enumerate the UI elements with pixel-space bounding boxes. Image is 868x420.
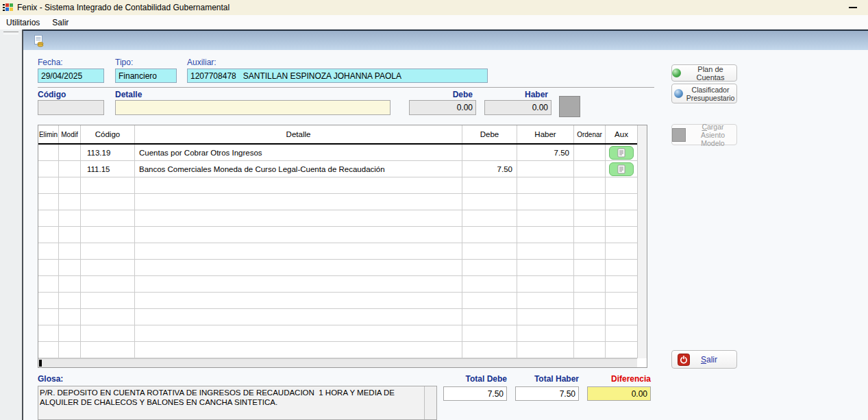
new-entry-button[interactable] [30,32,47,49]
haber-cell [517,161,574,177]
ordenar-cell[interactable] [574,161,606,177]
table-row[interactable]: 111.15 Bancos Comerciales Moneda de Curs… [38,161,637,177]
gray-square-icon [672,128,686,142]
table-row[interactable] [38,260,637,276]
ordenar-cell [574,260,606,275]
app-window: Fenix - Sistema Integrado de Contabilida… [0,0,868,420]
plan-de-cuentas-button[interactable]: Plan de Cuentas [671,64,737,82]
haber-cell [517,260,574,275]
salir-button[interactable]: Salir [671,350,737,369]
green-sphere-icon [672,69,681,77]
codigo-cell [81,227,135,243]
total-haber-label: Total Haber [515,374,579,384]
plan-de-cuentas-label: Plan de Cuentas [684,65,736,82]
detalle-cell [135,243,462,259]
table-row[interactable] [38,325,637,342]
detalle-cell [135,325,462,341]
table-row[interactable]: 113.19 Cuentas por Cobrar Otros Ingresos… [38,145,637,161]
table-row[interactable] [38,194,637,210]
header-aux: Aux [606,125,637,143]
codigo-cell: 113.19 [81,145,135,160]
fecha-input[interactable] [38,69,104,83]
modif-cell [59,177,81,193]
modif-cell[interactable] [59,145,81,160]
ordenar-cell [574,309,606,325]
ordenar-cell [574,276,606,292]
debe-cell [462,309,517,325]
table-row[interactable] [38,309,637,325]
document-with-coins-icon [32,34,45,47]
codigo-cell [81,210,135,226]
detalle-input[interactable] [115,100,390,115]
auxiliar-input[interactable] [187,69,488,83]
elimin-cell[interactable] [38,145,59,160]
ordenar-cell[interactable] [574,145,606,160]
ordenar-cell [574,210,606,226]
entry-action-button[interactable] [559,96,580,117]
elimin-cell [38,177,59,193]
aux-cell [606,145,637,160]
debe-cell [462,342,517,358]
aux-cell [606,342,637,358]
table-vertical-scrollbar[interactable] [637,125,647,358]
elimin-cell [38,309,59,325]
ordenar-cell [574,227,606,243]
elimin-cell [38,342,59,358]
debe-cell [462,145,517,160]
cargar-asiento-label: Cargar Asiento Modelo [689,123,736,147]
aux-cell [606,309,637,325]
table-row[interactable] [38,227,637,243]
haber-cell [517,227,574,243]
aux-button[interactable] [609,162,634,176]
glosa-textarea[interactable]: P/R. DEPOSITO EN CUENTA ROTATIVA DE INGR… [38,386,437,420]
elimin-cell [38,194,59,210]
elimin-cell [38,325,59,341]
elimin-cell [38,276,59,292]
detalle-cell: Bancos Comerciales Moneda de Curso Legal… [135,161,462,177]
haber-cell [517,243,574,259]
panel-grip[interactable] [3,32,18,34]
header-haber: Haber [517,125,574,143]
debe-cell [462,194,517,210]
debe-cell: 7.50 [462,161,517,177]
glosa-scrollbar[interactable] [424,386,436,419]
clasificador-presupuestario-button[interactable]: Clasificador Presupuestario [671,84,737,103]
document-icon [617,148,625,158]
table-row[interactable] [38,243,637,260]
table-row[interactable] [38,177,637,194]
codigo-cell [81,309,135,325]
modif-cell[interactable] [59,161,81,177]
detalle-cell [135,177,462,193]
cargar-asiento-modelo-button[interactable]: Cargar Asiento Modelo [671,124,737,145]
menu-salir[interactable]: Salir [46,16,75,29]
debe-input[interactable] [409,100,476,115]
elimin-cell [38,293,59,308]
codigo-cell [81,177,135,193]
modif-cell [59,227,81,243]
menu-utilitarios[interactable]: Utilitarios [0,16,46,29]
ordenar-cell [574,325,606,341]
elimin-cell[interactable] [38,161,59,177]
minimize-button[interactable] [847,3,858,12]
total-haber-input [515,386,579,401]
modif-cell [59,260,81,275]
table-row[interactable] [38,276,637,293]
header-ordenar: Ordenar [574,125,606,143]
tipo-input[interactable] [115,69,177,83]
aux-cell [606,243,637,259]
table-row[interactable] [38,210,637,227]
codigo-cell [81,194,135,210]
haber-cell [517,194,574,210]
detalle-cell [135,342,462,358]
table-horizontal-scrollbar[interactable] [38,358,637,367]
table-row[interactable] [38,342,637,358]
haber-input[interactable] [484,100,551,115]
codigo-input[interactable] [38,100,104,115]
fecha-label: Fecha: [38,58,63,67]
scrollbar-thumb[interactable] [39,360,42,367]
detalle-cell [135,210,462,226]
aux-button[interactable] [609,146,634,160]
table-row[interactable] [38,293,637,309]
debe-cell [462,177,517,193]
table-header-row: Elimin Modif Código Detalle Debe Haber O… [38,125,637,145]
